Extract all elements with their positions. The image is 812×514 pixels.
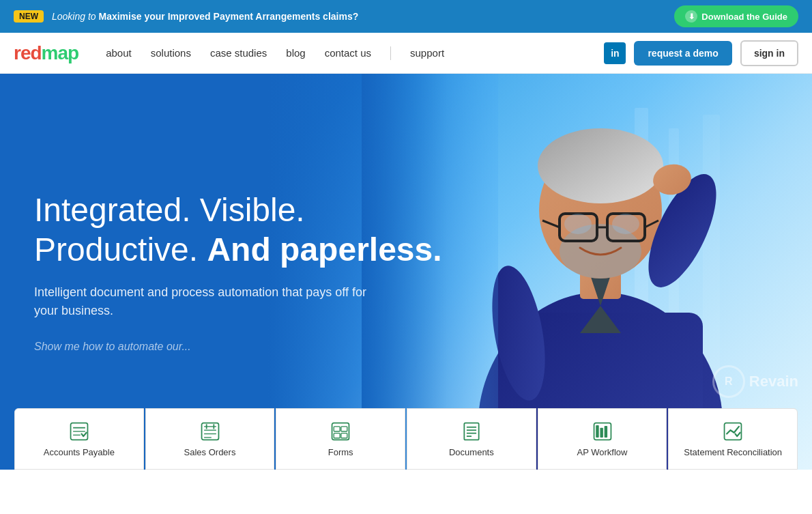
watermark: R Revain: [712, 365, 798, 398]
sales-orders-icon: [198, 421, 222, 442]
card-sales-orders-label: Sales Orders: [184, 447, 236, 457]
hero-headline-sub: Productive.: [34, 231, 207, 268]
nav-contact[interactable]: contact us: [325, 47, 371, 59]
watermark-text-block: Revain: [749, 374, 798, 389]
card-forms[interactable]: Forms: [276, 408, 405, 470]
statement-reconciliation-icon: [721, 421, 745, 442]
download-icon: ⬇: [685, 10, 697, 23]
hero-section: Integrated. Visible. Productive. And pap…: [0, 74, 812, 470]
svg-rect-44: [596, 425, 598, 438]
card-sales-orders[interactable]: Sales Orders: [145, 408, 275, 470]
svg-point-16: [564, 214, 592, 234]
service-cards-row: Accounts Payable Sales Orders: [0, 401, 812, 470]
watermark-circle-text: R: [725, 375, 733, 388]
nav-links: about solutions case studies blog contac…: [106, 46, 604, 60]
linkedin-icon[interactable]: in: [604, 42, 626, 64]
request-demo-button[interactable]: request a demo: [634, 41, 731, 66]
hero-headline-bold: And paperless.: [207, 231, 441, 268]
accounts-payable-icon: [67, 421, 91, 442]
svg-rect-38: [464, 423, 478, 440]
card-accounts-payable[interactable]: Accounts Payable: [14, 408, 144, 470]
sign-in-button[interactable]: sign in: [740, 40, 798, 66]
card-accounts-payable-label: Accounts Payable: [44, 447, 115, 457]
card-documents-label: Documents: [449, 447, 494, 457]
card-statement-reconciliation[interactable]: Statement Reconciliation: [668, 408, 798, 470]
banner-italic: Looking to: [52, 11, 99, 22]
watermark-circle: R: [712, 365, 745, 398]
download-guide-button[interactable]: ⬇ Download the Guide: [674, 5, 798, 27]
card-forms-label: Forms: [328, 447, 353, 457]
hero-headline-line2: Productive. And paperless.: [34, 231, 442, 268]
ap-workflow-icon: [590, 421, 615, 442]
card-statement-reconciliation-label: Statement Reconciliation: [684, 447, 782, 457]
svg-point-9: [538, 128, 663, 203]
nav-solutions[interactable]: solutions: [151, 47, 191, 59]
hero-headline-line1: Integrated. Visible.: [34, 192, 305, 228]
card-documents[interactable]: Documents: [407, 408, 536, 470]
hero-subtext: Intelligent document and process automat…: [34, 283, 375, 320]
svg-rect-45: [600, 427, 603, 437]
new-badge: NEW: [14, 10, 44, 23]
nav-case-studies[interactable]: case studies: [210, 47, 267, 59]
nav-actions: in request a demo sign in: [604, 40, 798, 66]
site-logo[interactable]: redmap: [14, 42, 78, 64]
nav-blog[interactable]: blog: [286, 47, 305, 59]
documents-icon: [459, 421, 484, 442]
nav-support[interactable]: support: [410, 47, 444, 59]
watermark-brand: Revain: [749, 374, 798, 389]
card-ap-workflow[interactable]: AP Workflow: [538, 408, 667, 470]
logo-red-part: red: [14, 42, 42, 63]
main-navbar: redmap about solutions case studies blog…: [0, 33, 812, 74]
hero-cta-prompt: Show me how to automate our...: [34, 341, 453, 353]
announcement-banner: NEW Looking to Maximise your Improved Pa…: [0, 0, 812, 33]
nav-divider: [390, 46, 391, 60]
nav-about[interactable]: about: [106, 47, 132, 59]
logo-green-part: map: [42, 42, 79, 63]
download-guide-label: Download the Guide: [701, 12, 787, 22]
forms-icon: [328, 421, 353, 442]
banner-message: Looking to Maximise your Improved Paymen…: [52, 11, 666, 22]
svg-rect-46: [604, 426, 607, 438]
banner-bold: Maximise your Improved Payment Arrangeme…: [99, 11, 359, 22]
svg-point-17: [612, 214, 639, 234]
hero-headline: Integrated. Visible. Productive. And pap…: [34, 190, 453, 269]
card-ap-workflow-label: AP Workflow: [577, 447, 628, 457]
